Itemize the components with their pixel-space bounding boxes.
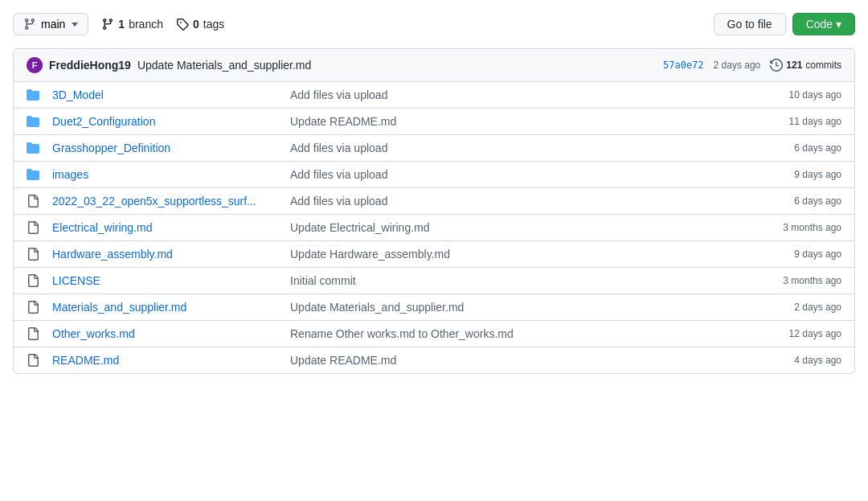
file-time: 6 days ago [713, 142, 841, 154]
history-icon [770, 59, 783, 72]
table-row: Electrical_wiring.mdUpdate Electrical_wi… [14, 215, 854, 241]
branch-count-info[interactable]: 1 branch [101, 18, 163, 31]
file-name[interactable]: 2022_03_22_open5x_supportless_surf... [52, 195, 277, 207]
toolbar-left: main 1 branch 0 tags [13, 13, 224, 35]
table-row: Hardware_assembly.mdUpdate Hardware_asse… [14, 241, 854, 268]
file-time: 10 days ago [713, 89, 841, 101]
folder-icon [27, 115, 52, 128]
table-row: Other_works.mdRename Other works.md to O… [14, 321, 854, 347]
file-icon [27, 274, 52, 287]
branch-name: main [41, 18, 65, 31]
file-commit-message: Add files via upload [277, 168, 713, 181]
toolbar: main 1 branch 0 tags Go to file Code ▾ [13, 13, 855, 35]
folder-icon [27, 142, 52, 154]
go-to-file-button[interactable]: Go to file [714, 13, 786, 35]
file-commit-message: Rename Other works.md to Other_works.md [277, 327, 713, 340]
file-time: 2 days ago [713, 302, 841, 313]
branch-text: branch [129, 18, 163, 31]
file-time: 12 days ago [713, 328, 841, 339]
branch-icon [23, 18, 36, 31]
folder-name[interactable]: Grasshopper_Definition [52, 142, 277, 154]
file-commit-message: Update README.md [277, 115, 713, 128]
file-commit-message: Update Materials_and_supplier.md [277, 301, 713, 314]
commits-label: commits [805, 60, 841, 71]
file-icon [27, 301, 52, 314]
commit-time: 2 days ago [714, 60, 761, 71]
commits-count[interactable]: 121 commits [770, 59, 841, 72]
commit-header: F FreddieHong19 Update Materials_and_sup… [14, 49, 854, 82]
table-row: LICENSEInitial commit3 months ago [14, 268, 854, 294]
toolbar-right: Go to file Code ▾ [714, 13, 855, 35]
file-name[interactable]: README.md [52, 354, 277, 367]
file-commit-message: Update Electrical_wiring.md [277, 221, 713, 234]
table-row: Materials_and_supplier.mdUpdate Material… [14, 294, 854, 321]
file-commit-message: Update README.md [277, 354, 713, 367]
commit-hash[interactable]: 57a0e72 [663, 60, 704, 71]
branch-selector[interactable]: main [13, 13, 88, 35]
file-time: 9 days ago [713, 248, 841, 260]
commit-message: Update Materials_and_supplier.md [137, 59, 311, 72]
file-time: 9 days ago [713, 169, 841, 180]
file-commit-message: Update Hardware_assembly.md [277, 248, 713, 261]
avatar: F [27, 57, 43, 73]
folder-name[interactable]: Duet2_Configuration [52, 115, 277, 128]
file-list: 3D_ModelAdd files via upload10 days agoD… [14, 82, 854, 373]
code-button[interactable]: Code ▾ [792, 13, 855, 35]
commits-num: 121 [786, 60, 802, 71]
file-icon [27, 221, 52, 234]
table-row: imagesAdd files via upload9 days ago [14, 162, 854, 188]
file-time: 3 months ago [713, 275, 841, 286]
file-commit-message: Add files via upload [277, 195, 713, 207]
commit-header-left: F FreddieHong19 Update Materials_and_sup… [27, 57, 311, 73]
file-name[interactable]: Electrical_wiring.md [52, 221, 277, 234]
file-time: 4 days ago [713, 355, 841, 366]
branch-count: 1 [118, 18, 125, 31]
branch-dropdown-icon [72, 23, 78, 27]
file-name[interactable]: Materials_and_supplier.md [52, 301, 277, 314]
commit-header-right: 57a0e72 2 days ago 121 commits [663, 59, 841, 72]
folder-icon [27, 88, 52, 101]
file-commit-message: Add files via upload [277, 88, 713, 101]
tags-text: tags [203, 18, 224, 31]
svg-text:F: F [32, 60, 38, 70]
tags-count-info[interactable]: 0 tags [176, 18, 224, 31]
file-name[interactable]: Hardware_assembly.md [52, 248, 277, 261]
file-icon [27, 327, 52, 340]
table-row: 3D_ModelAdd files via upload10 days ago [14, 82, 854, 109]
table-row: 2022_03_22_open5x_supportless_surf...Add… [14, 188, 854, 215]
avatar-icon: F [27, 57, 43, 73]
file-name[interactable]: LICENSE [52, 274, 277, 287]
table-row: README.mdUpdate README.md4 days ago [14, 347, 854, 373]
table-row: Grasshopper_DefinitionAdd files via uplo… [14, 135, 854, 162]
file-icon [27, 248, 52, 261]
repo-table: F FreddieHong19 Update Materials_and_sup… [13, 48, 855, 374]
folder-name[interactable]: images [52, 168, 277, 181]
file-time: 3 months ago [713, 222, 841, 233]
folder-icon [27, 168, 52, 181]
commit-username[interactable]: FreddieHong19 [49, 59, 131, 72]
folder-name[interactable]: 3D_Model [52, 88, 277, 101]
tag-icon [176, 18, 189, 31]
table-row: Duet2_ConfigurationUpdate README.md11 da… [14, 109, 854, 135]
file-time: 11 days ago [713, 116, 841, 127]
file-icon [27, 195, 52, 207]
branch-count-icon [101, 18, 114, 31]
file-time: 6 days ago [713, 195, 841, 207]
tags-count: 0 [193, 18, 199, 31]
file-commit-message: Add files via upload [277, 142, 713, 154]
file-name[interactable]: Other_works.md [52, 327, 277, 340]
file-icon [27, 354, 52, 367]
file-commit-message: Initial commit [277, 274, 713, 287]
